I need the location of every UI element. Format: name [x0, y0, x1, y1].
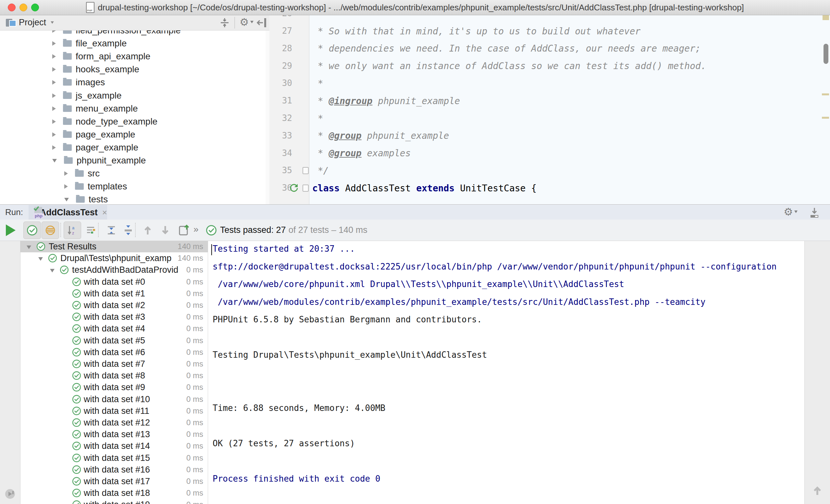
code-line: * dependencies we need. In the case of A…	[312, 42, 701, 55]
rerun-icon[interactable]	[4, 489, 15, 501]
test-tree-row[interactable]: with data set #100 ms	[20, 394, 208, 405]
minimize-window-button[interactable]	[20, 4, 27, 11]
test-tree-row[interactable]: with data set #90 ms	[20, 381, 208, 393]
line-number: 32	[269, 113, 292, 123]
test-passed-icon	[72, 371, 81, 380]
test-name: with data set #11	[84, 406, 149, 416]
test-tree-row[interactable]: with data set #150 ms	[20, 452, 208, 464]
project-item-label: js_example	[76, 91, 122, 101]
project-item-label: pager_example	[76, 142, 138, 153]
fold-marker[interactable]	[302, 184, 309, 192]
code-line: * So with that in mind, it's up to us to…	[312, 25, 640, 38]
chevron-down-icon[interactable]	[38, 257, 43, 261]
close-tab-icon[interactable]: ×	[102, 208, 107, 217]
project-item-label: src	[88, 168, 100, 179]
show-ignored-toggle[interactable]	[41, 222, 59, 239]
sort-by-duration-button[interactable]	[82, 222, 99, 239]
chevron-down-icon[interactable]	[52, 159, 57, 163]
run-tab-addclasstest[interactable]: php AddClassTest ×	[29, 205, 107, 220]
run-panel-settings-button[interactable]: ⚙	[784, 207, 798, 217]
line-number: 28	[269, 43, 292, 53]
chevron-down-icon[interactable]	[27, 245, 31, 249]
previous-failed-test-button[interactable]	[139, 222, 156, 239]
test-name: with data set #14	[84, 441, 150, 451]
test-tree-row[interactable]: with data set #20 ms	[20, 299, 208, 311]
next-failed-test-button[interactable]	[156, 222, 174, 239]
chevron-down-icon[interactable]	[50, 269, 55, 272]
run-test-gutter-icon[interactable]	[289, 183, 299, 194]
hide-panel-button[interactable]	[256, 18, 267, 29]
project-tree-item[interactable]: tests	[0, 193, 329, 206]
test-tree-row[interactable]: with data set #60 ms	[20, 346, 208, 358]
chevron-down-icon[interactable]	[51, 22, 54, 24]
chevron-right-icon[interactable]	[52, 80, 56, 85]
fold-marker[interactable]	[302, 167, 309, 174]
chevron-right-icon[interactable]	[52, 54, 56, 59]
chevron-right-icon[interactable]	[52, 145, 56, 150]
scroll-up-icon[interactable]	[812, 484, 823, 498]
code-segment: * dependencies we need. In the case of A…	[312, 43, 701, 54]
chevron-right-icon[interactable]	[52, 67, 56, 72]
project-item-label: phpunit_example	[76, 155, 146, 166]
chevron-right-icon[interactable]	[52, 132, 56, 137]
zoom-window-button[interactable]	[31, 4, 39, 11]
project-item-label: images	[76, 77, 105, 88]
code-segment: * So with that in mind, it's up to us to…	[312, 26, 640, 37]
code-segment: * we only want an instance of AddClass s…	[312, 61, 706, 71]
scrollbar-marker	[823, 15, 829, 20]
editor-scrollbar-thumb[interactable]	[824, 44, 828, 64]
console-toolbar	[804, 241, 830, 504]
test-tree-row[interactable]: testAddWithBadDataProvid0 ms	[20, 264, 208, 276]
collapse-all-button[interactable]	[120, 222, 137, 239]
test-name: with data set #18	[84, 488, 150, 498]
test-passed-icon	[72, 289, 81, 298]
show-passed-toggle[interactable]	[23, 222, 41, 239]
toolbar-separator	[234, 17, 235, 29]
test-tree-row[interactable]: with data set #110 ms	[20, 405, 208, 417]
test-tree-row[interactable]: with data set #50 ms	[20, 335, 208, 346]
chevron-down-icon[interactable]	[64, 198, 69, 201]
test-tree-row[interactable]: Test Results140 ms	[20, 241, 208, 252]
chevron-right-icon[interactable]	[52, 106, 56, 111]
test-tree-row[interactable]: with data set #190 ms	[20, 499, 208, 504]
test-name: Test Results	[49, 242, 96, 252]
test-tree-row[interactable]: with data set #70 ms	[20, 358, 208, 370]
test-status: Tests passed: 27 of 27 tests – 140 ms	[206, 220, 368, 241]
chevron-right-icon[interactable]	[64, 184, 68, 189]
test-tree-row[interactable]: with data set #140 ms	[20, 440, 208, 452]
test-tree-row[interactable]: with data set #160 ms	[20, 464, 208, 475]
sort-alphabetically-toggle[interactable]: az	[64, 222, 81, 239]
chevron-right-icon[interactable]	[52, 120, 56, 124]
tests-passed-icon	[206, 225, 217, 236]
test-duration: 0 ms	[186, 453, 203, 463]
test-tree-row[interactable]: with data set #120 ms	[20, 417, 208, 429]
line-number: 33	[269, 131, 292, 140]
test-tree-row[interactable]: with data set #00 ms	[20, 276, 208, 288]
rerun-tests-button[interactable]	[2, 222, 20, 239]
test-passed-icon	[72, 465, 81, 474]
expand-all-button[interactable]	[103, 222, 120, 239]
test-tree-row[interactable]: with data set #130 ms	[20, 429, 208, 440]
project-settings-button[interactable]: ⚙	[240, 17, 254, 27]
test-duration: 0 ms	[186, 383, 203, 392]
chevron-right-icon[interactable]	[64, 171, 68, 176]
status-passed-count: Tests passed: 27	[220, 225, 286, 235]
toolbar-separator	[60, 223, 61, 237]
test-name: with data set #15	[84, 453, 150, 463]
toolbar-overflow-chevron[interactable]: »	[193, 224, 199, 234]
test-tree-row[interactable]: with data set #180 ms	[20, 487, 208, 499]
test-tree-row[interactable]: with data set #10 ms	[20, 288, 208, 299]
test-tree-row[interactable]: with data set #30 ms	[20, 311, 208, 323]
close-window-button[interactable]	[8, 4, 15, 11]
dock-panel-button[interactable]	[808, 207, 820, 220]
scrollbar-marker	[822, 93, 829, 95]
chevron-right-icon[interactable]	[52, 93, 56, 98]
project-panel-title[interactable]: Project	[19, 18, 46, 28]
test-tree-row[interactable]: with data set #40 ms	[20, 323, 208, 334]
test-tree-row[interactable]: with data set #170 ms	[20, 475, 208, 487]
import-test-results-button[interactable]	[175, 222, 193, 239]
test-tree-row[interactable]: Drupal\Tests\phpunit_examp140 ms	[20, 252, 208, 264]
chevron-right-icon[interactable]	[52, 41, 56, 46]
test-tree-row[interactable]: with data set #80 ms	[20, 370, 208, 381]
collapse-all-button[interactable]	[219, 18, 230, 29]
